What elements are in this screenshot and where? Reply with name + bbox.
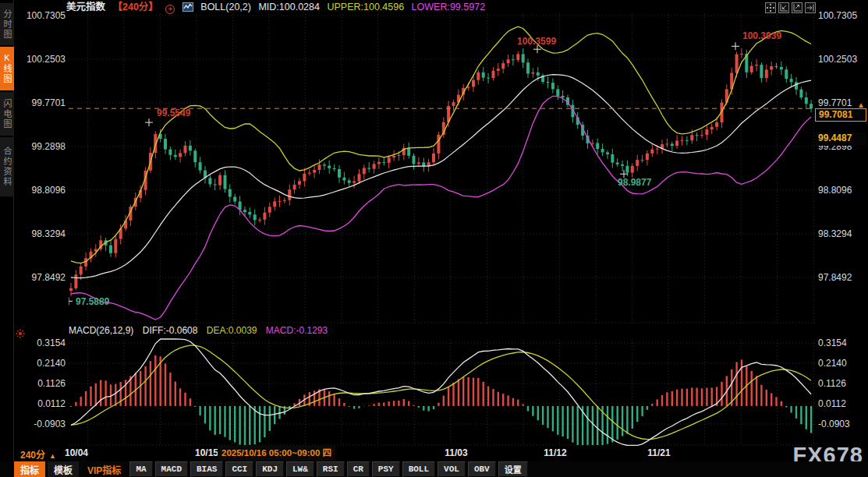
toolbar-item-vip[interactable]: VIP指标 [81, 461, 127, 477]
time-axis: 240分▲ 2025/10/16 05:00~09:00 四 10/0410/1… [0, 446, 868, 461]
toolbar-item-obv[interactable]: OBV [468, 461, 496, 477]
toolbar-item-macd[interactable]: MACD [155, 461, 188, 477]
toolbar-item-[interactable]: 设置 [498, 461, 528, 477]
macd-dea-value: DEA:0.0039 [207, 325, 257, 336]
indicator-alert-icon[interactable] [16, 327, 25, 341]
expand-time-icon[interactable] [792, 2, 802, 13]
sidebar: 分时图 K线图 闪电图 合约资料 [0, 0, 14, 477]
title-bar: 美元指数 【240分】 + BOLL(20,2) MID:100.0284 UP… [66, 1, 490, 14]
boll-label: BOLL(20,2) [200, 2, 251, 12]
toolbar-item-[interactable]: 模板 [48, 461, 79, 477]
boll-mid-value: MID:100.0284 [258, 2, 320, 12]
sidebar-tab-flash-chart[interactable]: 闪电图 [0, 92, 14, 136]
time-range-tooltip: 2025/10/16 05:00~09:00 四 [218, 446, 335, 461]
sidebar-tab-kline-chart[interactable]: K线图 [0, 47, 14, 90]
circle-plus-icon[interactable]: + [165, 5, 175, 14]
date-tick: 11/12 [537, 447, 574, 458]
chart-toolbar-icons [765, 2, 816, 13]
toolbar-item-vol[interactable]: VOL [438, 461, 466, 477]
symbol-name: 美元指数 [66, 2, 105, 12]
chart-plot[interactable] [0, 0, 868, 477]
current-price-box: 99.7081 [815, 108, 866, 122]
macd-diff-value: DIFF:-0.0608 [143, 325, 198, 336]
toolbar-item-bias[interactable]: BIAS [190, 461, 223, 477]
period-badge: 【240分】 [113, 2, 158, 12]
date-tick: 10/04 [58, 447, 95, 458]
period-selector[interactable]: 240分▲ [20, 447, 56, 461]
up-triangle-icon: ▲ [49, 452, 56, 460]
toolbar-item-boll[interactable]: BOLL [402, 461, 435, 477]
secondary-price-box: 99.4487 [815, 132, 866, 146]
bottom-toolbar: 指标模板VIP指标MAMACDBIASCCIKDJLW&RSICRPSYBOLL… [0, 461, 868, 477]
toolbar-item-cr[interactable]: CR [347, 461, 370, 477]
toolbar-item-psy[interactable]: PSY [372, 461, 400, 477]
toolbar-item-cci[interactable]: CCI [225, 461, 253, 477]
mini-chart-icon [182, 3, 193, 14]
date-tick: 11/03 [438, 447, 475, 458]
boll-lower-value: LOWER:99.5972 [412, 2, 486, 12]
toolbar-item-lw[interactable]: LW& [286, 461, 314, 477]
axis-scroll-up-icon[interactable]: ▲ [857, 101, 865, 109]
toolbar-item-[interactable]: 指标 [14, 461, 45, 477]
macd-header: MACD(26,12,9) DIFF:-0.0608 DEA:0.0039 MA… [69, 324, 334, 337]
sidebar-tab-time-chart[interactable]: 分时图 [0, 3, 14, 45]
sidebar-tab-contract-info[interactable]: 合约资料 [0, 137, 14, 196]
compress-time-icon[interactable] [778, 2, 789, 13]
macd-title: MACD(26,12,9) [69, 325, 133, 336]
toolbar-item-rsi[interactable]: RSI [317, 461, 345, 477]
date-tick: 11/21 [640, 447, 678, 458]
macd-hist-value: MACD:-0.1293 [266, 325, 328, 336]
boll-upper-value: UPPER:100.4596 [327, 2, 404, 12]
toolbar-item-kdj[interactable]: KDJ [256, 461, 284, 477]
goto-latest-icon[interactable] [805, 2, 816, 13]
toolbar-item-ma[interactable]: MA [129, 461, 152, 477]
move-icon[interactable] [765, 2, 776, 13]
